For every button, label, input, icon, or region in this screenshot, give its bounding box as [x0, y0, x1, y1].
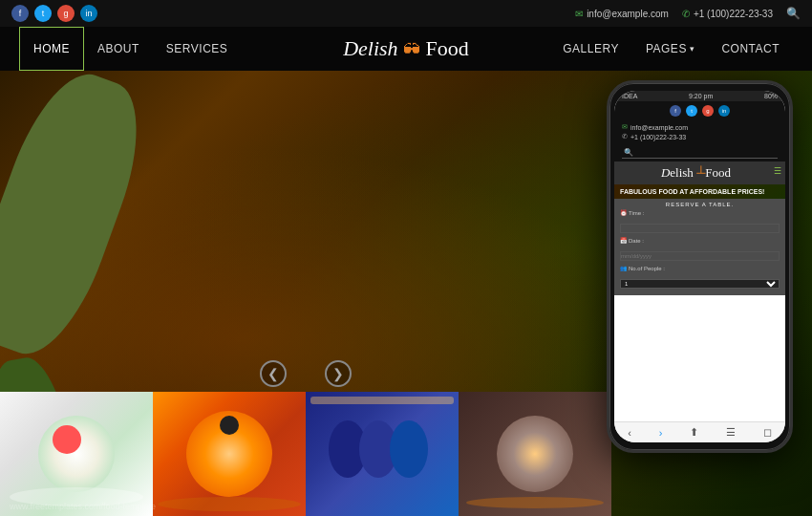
- phone-twitter-icon: t: [686, 105, 697, 117]
- food-thumb-2[interactable]: [153, 392, 306, 516]
- phone-people-label: 👥 No.of People :: [620, 265, 780, 271]
- pages-dropdown-icon: ▾: [690, 44, 695, 54]
- email-icon: ✉: [575, 9, 583, 19]
- phone-email-text: info@example.com: [630, 124, 688, 131]
- nav-right: GALLERY PAGES ▾ CONTACT: [549, 27, 793, 71]
- nav-item-home[interactable]: HOME: [19, 27, 84, 71]
- contact-info: ✉ info@example.com ✆ +1 (100)222-23-33 🔍: [575, 7, 801, 20]
- nav-left: HOME ABOUT SERVICES: [19, 27, 241, 71]
- food-thumb-1[interactable]: [0, 392, 153, 516]
- site-logo: Delish 🕶 Food: [343, 36, 469, 61]
- phone-search-bar: 🔍: [622, 147, 778, 159]
- phone-clock-icon: ⏰: [620, 209, 627, 216]
- nav-item-about[interactable]: ABOUT: [84, 27, 153, 71]
- search-icon[interactable]: 🔍: [786, 7, 801, 20]
- phone-date-label-text: Date :: [629, 238, 644, 244]
- phone-carrier: IDEA: [622, 93, 637, 99]
- phone-time-label: ⏰ Time :: [620, 209, 780, 216]
- phone-contact: ✆ +1 (100)222-23-33: [682, 9, 773, 19]
- phone-back-icon[interactable]: ‹: [628, 427, 631, 439]
- phone-hero-area: FABULOUS FOOD AT AFFORDABLE PRICES!: [614, 184, 785, 199]
- food-thumb-2-decoration: [186, 411, 272, 497]
- carousel-arrows: ❮ ❯: [0, 360, 611, 387]
- food-thumbnails: [0, 392, 611, 516]
- phone-phone-text: +1 (100)222-23-33: [630, 134, 686, 140]
- phone-time: 9:20 pm: [689, 93, 713, 99]
- phone-facebook-icon: f: [670, 105, 681, 117]
- twitter-icon[interactable]: t: [34, 5, 52, 22]
- phone-mockup: IDEA 9:20 pm 80% f t g in ✉ info@example…: [607, 80, 793, 453]
- phone-people-label-text: No.of People :: [629, 266, 665, 271]
- phone-phone-row: ✆ +1 (100)222-23-33: [622, 133, 778, 140]
- phone-date-label: 📅 Date :: [620, 237, 780, 244]
- phone-people-group: 👥 No.of People : 12: [620, 265, 780, 290]
- phone-time-label-text: Time :: [629, 210, 644, 216]
- email-text: info@example.com: [587, 9, 669, 19]
- phone-social-bar: f t g in: [614, 101, 785, 120]
- phone-icon: ✆: [682, 9, 690, 19]
- phone-text: +1 (100)222-23-33: [694, 9, 773, 19]
- logo-fork-icon: 🕶: [403, 40, 420, 59]
- watermark: www.freetemplates.com/food-template: [10, 502, 156, 511]
- phone-status-bar: IDEA 9:20 pm 80%: [614, 91, 785, 101]
- logo-food: Food: [426, 36, 469, 60]
- phone-calendar-icon: 📅: [620, 237, 627, 244]
- navbar: HOME ABOUT SERVICES Delish 🕶 Food GALLER…: [0, 27, 812, 71]
- pages-label: PAGES: [646, 42, 687, 55]
- email-contact: ✉ info@example.com: [575, 9, 669, 19]
- hero-section: FABULOUS FOOD AT AFFORDABLE PR RESERVE A…: [0, 71, 812, 516]
- nav-item-services[interactable]: SERVICES: [153, 27, 241, 71]
- phone-battery: 80%: [764, 93, 778, 99]
- phone-phone-icon: ✆: [622, 133, 628, 140]
- phone-people-select[interactable]: 12: [620, 279, 780, 289]
- phone-linkedin-icon: in: [718, 105, 730, 117]
- phone-outer: IDEA 9:20 pm 80% f t g in ✉ info@example…: [607, 80, 793, 453]
- phone-email-row: ✉ info@example.com: [622, 123, 778, 131]
- phone-hero-title: FABULOUS FOOD AT AFFORDABLE PRICES!: [620, 188, 780, 195]
- food-thumb-1-decoration: [38, 416, 115, 492]
- phone-reserve: RESERVE A TABLE. ⏰ Time : 📅 Date :: [614, 199, 785, 295]
- phone-screen: IDEA 9:20 pm 80% f t g in ✉ info@example…: [614, 91, 785, 442]
- food-thumb-3-deco3: [390, 420, 428, 478]
- googleplus-icon[interactable]: g: [57, 5, 75, 22]
- logo-delish: Delish: [343, 36, 397, 60]
- phone-bottom-nav: ‹ › ⬆ ☰ ◻: [614, 421, 785, 442]
- phone-search-area: 🔍: [614, 145, 785, 161]
- food-thumb-4-decoration: [497, 416, 573, 492]
- phone-time-group: ⏰ Time :: [620, 209, 780, 234]
- food-thumb-4[interactable]: [459, 392, 611, 516]
- phone-people-icon: 👥: [620, 265, 627, 271]
- phone-tabs-icon[interactable]: ◻: [763, 426, 772, 439]
- phone-time-input[interactable]: [620, 224, 780, 233]
- phone-email-icon: ✉: [622, 123, 628, 131]
- nav-item-gallery[interactable]: GALLERY: [549, 27, 632, 71]
- phone-date-group: 📅 Date :: [620, 237, 780, 262]
- nav-item-pages[interactable]: PAGES ▾: [632, 27, 708, 71]
- phone-reserve-title: RESERVE A TABLE.: [620, 202, 780, 207]
- phone-contact-info: ✉ info@example.com ✆ +1 (100)222-23-33: [614, 120, 785, 145]
- phone-logo: Delish ┴Food ☰: [614, 161, 785, 184]
- next-arrow[interactable]: ❯: [325, 360, 352, 387]
- phone-forward-icon[interactable]: ›: [659, 427, 663, 439]
- top-bar: f t g in ✉ info@example.com ✆ +1 (100)22…: [0, 0, 812, 27]
- nav-item-contact[interactable]: CONTACT: [708, 27, 793, 71]
- phone-bookmarks-icon[interactable]: ☰: [726, 426, 736, 439]
- social-links: f t g in: [11, 5, 97, 22]
- facebook-icon[interactable]: f: [11, 5, 29, 22]
- food-thumb-3[interactable]: [306, 392, 459, 516]
- prev-arrow[interactable]: ❮: [260, 360, 287, 387]
- phone-google-icon: g: [702, 105, 714, 117]
- linkedin-icon[interactable]: in: [80, 5, 97, 22]
- phone-date-input[interactable]: [620, 251, 780, 261]
- phone-share-icon[interactable]: ⬆: [690, 426, 698, 439]
